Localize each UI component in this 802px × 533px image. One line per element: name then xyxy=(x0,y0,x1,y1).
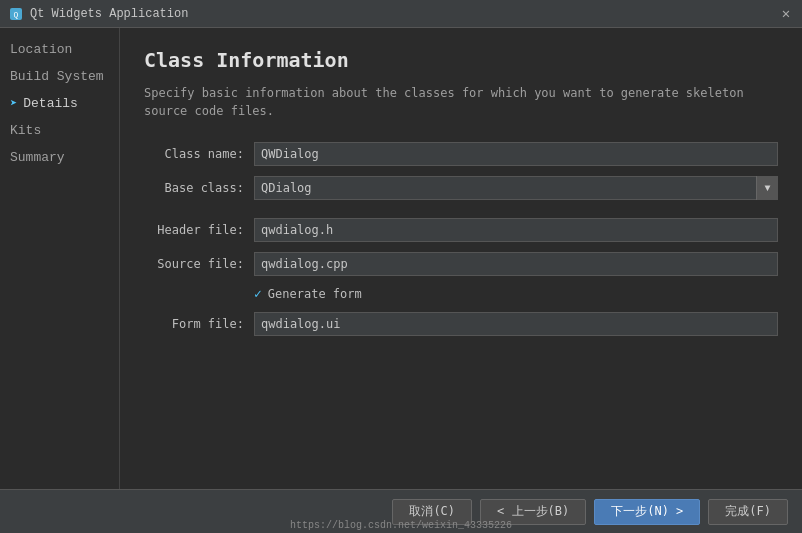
watermark: https://blog.csdn.net/weixin_43335226 xyxy=(290,520,512,531)
content-area: Class Information Specify basic informat… xyxy=(120,28,802,489)
header-file-label: Header file: xyxy=(144,223,254,237)
main-content: Location Build System ➤ Details Kits Sum… xyxy=(0,28,802,489)
title-bar: Q Qt Widgets Application ✕ xyxy=(0,0,802,28)
generate-form-row: ✓ Generate form xyxy=(144,286,778,302)
checkbox-checked-icon: ✓ xyxy=(254,286,262,302)
form-file-label: Form file: xyxy=(144,317,254,331)
class-name-label: Class name: xyxy=(144,147,254,161)
sidebar-item-kits[interactable]: Kits xyxy=(0,117,119,144)
description: Specify basic information about the clas… xyxy=(144,84,778,120)
form-file-row: Form file: xyxy=(144,312,778,336)
sidebar-item-build-system[interactable]: Build System xyxy=(0,63,119,90)
source-file-row: Source file: xyxy=(144,252,778,276)
sidebar-item-summary-label: Summary xyxy=(10,150,65,165)
class-name-input[interactable] xyxy=(254,142,778,166)
window-title: Qt Widgets Application xyxy=(30,7,188,21)
sidebar-item-location[interactable]: Location xyxy=(0,36,119,63)
finish-button[interactable]: 完成(F) xyxy=(708,499,788,525)
spacer xyxy=(144,210,778,218)
form-file-input[interactable] xyxy=(254,312,778,336)
base-class-select-wrapper: QDialog QWidget QMainWindow QObject ▼ xyxy=(254,176,778,200)
source-file-label: Source file: xyxy=(144,257,254,271)
title-bar-left: Q Qt Widgets Application xyxy=(8,6,188,22)
active-arrow-icon: ➤ xyxy=(10,96,17,111)
base-class-select[interactable]: QDialog QWidget QMainWindow QObject xyxy=(254,176,778,200)
sidebar-item-location-label: Location xyxy=(10,42,72,57)
class-name-row: Class name: xyxy=(144,142,778,166)
base-class-row: Base class: QDialog QWidget QMainWindow … xyxy=(144,176,778,200)
header-file-row: Header file: xyxy=(144,218,778,242)
sidebar-item-details-label: Details xyxy=(23,96,78,111)
sidebar: Location Build System ➤ Details Kits Sum… xyxy=(0,28,120,489)
sidebar-item-details[interactable]: ➤ Details xyxy=(0,90,119,117)
close-button[interactable]: ✕ xyxy=(778,6,794,22)
sidebar-item-build-system-label: Build System xyxy=(10,69,104,84)
header-file-input[interactable] xyxy=(254,218,778,242)
sidebar-item-summary[interactable]: Summary xyxy=(0,144,119,171)
app-icon: Q xyxy=(8,6,24,22)
generate-form-label: Generate form xyxy=(268,287,362,301)
sidebar-item-kits-label: Kits xyxy=(10,123,41,138)
source-file-input[interactable] xyxy=(254,252,778,276)
next-button[interactable]: 下一步(N) > xyxy=(594,499,700,525)
svg-text:Q: Q xyxy=(14,10,19,19)
base-class-label: Base class: xyxy=(144,181,254,195)
page-title: Class Information xyxy=(144,48,778,72)
